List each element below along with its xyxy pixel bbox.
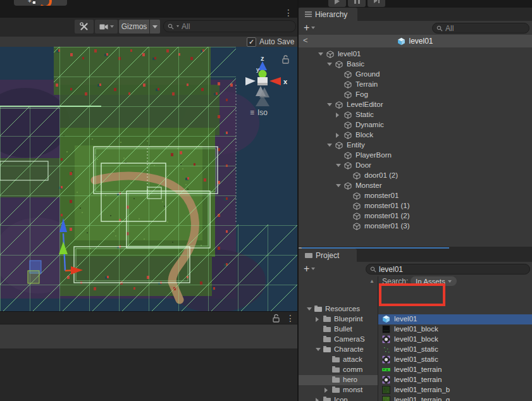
project-folder-item[interactable]: comm <box>299 365 378 375</box>
search-scope-dropdown[interactable]: In Assets <box>411 276 457 286</box>
folder-label: CameraS <box>334 335 365 343</box>
breadcrumb-title[interactable]: level01 <box>409 37 433 46</box>
scene-camera-button[interactable] <box>95 20 118 34</box>
expand-arrow-icon[interactable] <box>327 63 332 66</box>
search-result-item[interactable]: level01_block <box>378 324 532 335</box>
gizmos-dropdown-button[interactable] <box>150 20 160 34</box>
play-icon <box>335 0 340 4</box>
tab-project[interactable]: Project <box>299 249 357 262</box>
project-folder-item[interactable]: Bullet <box>299 324 378 335</box>
search-result-item[interactable]: level01_terrain_b <box>378 385 532 395</box>
expand-arrow-icon[interactable] <box>336 164 341 167</box>
project-search-input[interactable]: level01 <box>366 264 530 275</box>
project-folder-item[interactable]: Characte <box>299 345 378 355</box>
expand-arrow-icon[interactable] <box>307 307 312 311</box>
expand-arrow-icon[interactable] <box>336 133 339 138</box>
hierarchy-item[interactable]: level01 <box>299 49 532 59</box>
title-bar: +. ⋮ <box>0 0 297 18</box>
search-result-item[interactable]: level01_terrain <box>378 365 532 375</box>
gizmos-label: Gizmos <box>121 22 147 31</box>
project-folder-item[interactable]: Icon <box>299 395 378 401</box>
project-folder-item[interactable]: Blueprint <box>299 314 378 324</box>
bottom-panel-header: ⋮ <box>0 311 297 324</box>
bottom-panel-row[interactable] <box>0 337 297 349</box>
hierarchy-item[interactable]: Entity <box>299 140 532 151</box>
bottom-panel-kebab-icon[interactable]: ⋮ <box>286 314 295 323</box>
hierarchy-item[interactable]: monster01 (1) <box>299 201 532 211</box>
auto-save-checkbox[interactable]: ✓ <box>247 37 256 47</box>
hierarchy-item[interactable]: Ground <box>299 70 532 80</box>
unity-badge-button[interactable]: +. <box>14 0 67 6</box>
scene-canvas: z y x ≡ Iso <box>0 47 297 311</box>
project-folder-item[interactable]: CameraS <box>299 335 378 345</box>
hierarchy-item[interactable]: Terrain <box>299 80 532 90</box>
search-result-item[interactable]: level01 <box>378 314 532 324</box>
expand-arrow-icon[interactable] <box>327 103 332 106</box>
scene-search-input[interactable]: All <box>163 20 296 32</box>
hierarchy-item[interactable]: Monster <box>299 181 532 191</box>
project-folder-item[interactable]: hero <box>299 375 378 385</box>
hierarchy-add-button[interactable]: + <box>304 22 315 34</box>
hierarchy-item[interactable]: LevelEditor <box>299 100 532 110</box>
project-folder-item[interactable]: attack <box>299 355 378 365</box>
plane-handle-green[interactable] <box>28 271 39 283</box>
result-label: level01_block <box>394 325 438 333</box>
expand-arrow-icon[interactable] <box>327 144 332 147</box>
cube-icon <box>335 142 343 149</box>
hierarchy-item[interactable]: Static <box>299 110 532 120</box>
pause-button[interactable] <box>348 0 366 7</box>
search-result-item[interactable]: level01_block <box>378 335 532 345</box>
expand-arrow-icon[interactable] <box>325 388 328 393</box>
expand-arrow-icon[interactable] <box>318 52 323 56</box>
hierarchy-item[interactable]: door01 (2) <box>299 171 532 181</box>
hierarchy-item[interactable]: monster01 <box>299 191 532 201</box>
folder-icon <box>314 307 322 312</box>
search-result-item[interactable]: level01_static <box>378 355 532 365</box>
cube-icon <box>335 101 343 109</box>
hierarchy-item[interactable]: Dynamic <box>299 120 532 130</box>
cube-icon <box>335 61 343 68</box>
y-axis-ball[interactable] <box>259 70 267 78</box>
tab-label: Hierarchy <box>315 10 347 19</box>
expand-arrow-icon[interactable] <box>316 348 321 351</box>
unlock-icon[interactable] <box>272 314 280 323</box>
search-result-item[interactable]: level01_static <box>378 345 532 355</box>
scroll-up-arrow[interactable]: ▲ <box>369 278 374 284</box>
project-add-button[interactable]: + <box>304 263 315 275</box>
hierarchy-item[interactable]: monster01 (3) <box>299 221 532 231</box>
step-button[interactable] <box>368 0 385 7</box>
hierarchy-item[interactable]: PlayerBorn <box>299 151 532 161</box>
back-chevron-icon[interactable]: < <box>303 35 308 45</box>
axis-x-label: x <box>283 78 288 85</box>
gizmos-button[interactable]: Gizmos <box>119 20 149 34</box>
hierarchy-item[interactable]: Block <box>299 130 532 140</box>
expand-arrow-icon[interactable] <box>336 113 339 118</box>
result-label: level01 <box>394 315 417 323</box>
hierarchy-item[interactable]: Door <box>299 161 532 171</box>
hierarchy-item[interactable]: Fog <box>299 90 532 100</box>
hierarchy-item[interactable]: monster01 (2) <box>299 211 532 221</box>
hierarchy-item-label: Monster <box>356 182 382 189</box>
dark-texture-icon <box>382 325 390 333</box>
tools-button[interactable] <box>75 20 94 34</box>
project-folder-item[interactable]: monst <box>299 385 378 395</box>
project-folder-item[interactable]: Resources <box>299 304 378 314</box>
tab-hierarchy[interactable]: Hierarchy <box>299 8 357 21</box>
search-result-item[interactable]: level01_terrain_g <box>378 395 532 401</box>
play-button[interactable] <box>328 0 346 7</box>
hierarchy-search-input[interactable]: All <box>432 23 529 34</box>
expand-arrow-icon[interactable] <box>336 184 341 187</box>
bottom-panel-row[interactable] <box>0 324 297 338</box>
hierarchy-item[interactable]: Basic <box>299 59 532 70</box>
hierarchy-item-label: LevelEditor <box>347 101 383 108</box>
iso-label[interactable]: Iso <box>257 108 268 117</box>
expand-arrow-icon[interactable] <box>316 398 319 401</box>
expand-arrow-icon[interactable] <box>316 317 319 322</box>
search-result-item[interactable]: level01_terrain <box>378 375 532 385</box>
more-options-icon[interactable]: ⋮ <box>284 8 293 17</box>
result-label: level01_static <box>394 345 438 353</box>
result-label: level01_terrain <box>394 366 442 373</box>
cube-icon <box>353 192 361 200</box>
chevron-down-icon <box>311 268 315 270</box>
scene-view[interactable]: z y x ≡ Iso <box>0 47 297 311</box>
